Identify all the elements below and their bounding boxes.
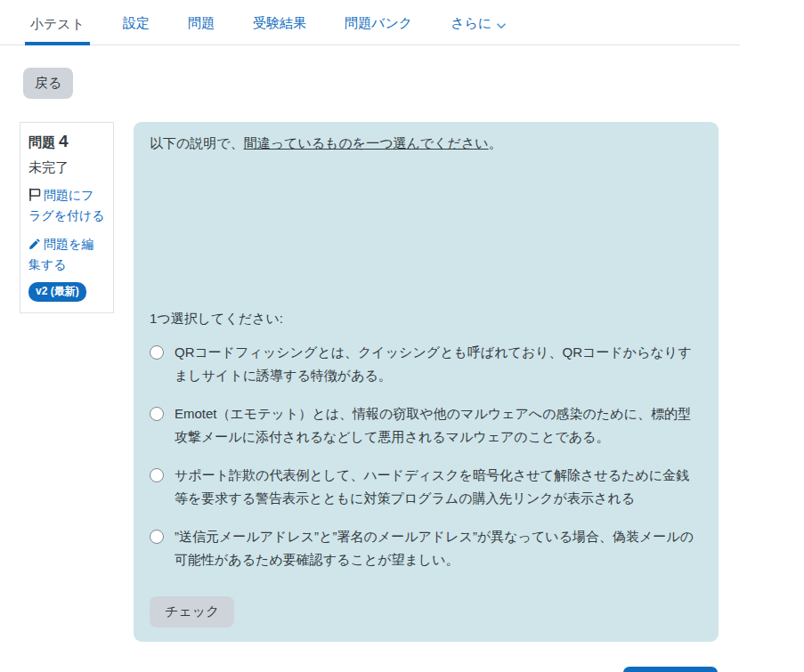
tab-question-bank-label: 問題バンク: [345, 15, 412, 32]
tab-quiz[interactable]: 小テスト: [25, 0, 90, 45]
edit-question-link[interactable]: 問題を編集する: [28, 235, 105, 274]
tab-settings-label: 設定: [123, 15, 150, 32]
answer-option-3[interactable]: サポート詐欺の代表例として、ハードディスクを暗号化させて解除させるために金銭等を…: [150, 464, 702, 510]
tab-questions-label: 問題: [188, 15, 215, 32]
answer-option-2[interactable]: Emotet（エモテット）とは、情報の窃取や他のマルウェアへの感染のために、標的…: [150, 402, 702, 449]
question-info-panel: 問題4 未完了 問題にフラグを付ける 問題を編集する v2 (最新): [20, 122, 114, 313]
question-formulation: 以下の説明で、間違っているものを一つ選んでください。 1つ選択してください: Q…: [134, 122, 719, 642]
tab-more[interactable]: さらに: [445, 0, 511, 45]
radio-button[interactable]: [150, 468, 164, 482]
radio-button[interactable]: [150, 345, 164, 360]
radio-button[interactable]: [150, 530, 164, 544]
flag-icon: [28, 188, 41, 206]
answer-option-4[interactable]: ”送信元メールアドレス”と”署名のメールアドレス”が異なっている場合、偽装メール…: [150, 525, 702, 571]
next-page-button[interactable]: 次のページ: [623, 667, 718, 672]
tab-settings[interactable]: 設定: [118, 0, 155, 45]
question-heading: 問題4: [28, 132, 105, 151]
answer-option-1-label[interactable]: QRコードフィッシングとは、クイッシングとも呼ばれており、QRコードからなりすま…: [175, 341, 702, 387]
back-button[interactable]: 戻る: [23, 68, 73, 99]
main-content: 問題4 未完了 問題にフラグを付ける 問題を編集する v2 (最新) 以下の説明…: [0, 122, 804, 642]
answer-option-3-label[interactable]: サポート詐欺の代表例として、ハードディスクを暗号化させて解除させるために金銭等を…: [175, 464, 702, 510]
select-prompt: 1つ選択してください:: [150, 311, 702, 328]
pencil-icon: [28, 237, 41, 255]
tab-quiz-label: 小テスト: [30, 16, 85, 33]
tab-more-label: さらに: [451, 15, 491, 32]
tab-results[interactable]: 受験結果: [248, 0, 312, 45]
tabs-row: 小テスト 設定 問題 受験結果 問題バンク さらに: [0, 0, 740, 45]
tab-results-label: 受験結果: [253, 15, 306, 32]
question-text-suffix: 。: [489, 135, 502, 150]
quiz-page: 小テスト 設定 問題 受験結果 問題バンク さらに 戻る 問題4 未完了 問題に…: [0, 0, 804, 672]
chevron-down-icon: [497, 17, 506, 32]
answer-option-1[interactable]: QRコードフィッシングとは、クイッシングとも呼ばれており、QRコードからなりすま…: [150, 341, 702, 387]
question-number: 4: [59, 132, 69, 150]
question-text: 以下の説明で、間違っているものを一つ選んでください。: [150, 135, 702, 152]
answer-option-4-label[interactable]: ”送信元メールアドレス”と”署名のメールアドレス”が異なっている場合、偽装メール…: [175, 525, 702, 571]
tab-question-bank[interactable]: 問題バンク: [339, 0, 418, 45]
footer-row: 次のページ: [0, 667, 804, 672]
tab-bar: 小テスト 設定 問題 受験結果 問題バンク さらに: [0, 0, 740, 45]
answer-option-2-label[interactable]: Emotet（エモテット）とは、情報の窃取や他のマルウェアへの感染のために、標的…: [175, 402, 702, 449]
question-text-underlined: 間違っているものを一つ選んでください: [244, 135, 489, 150]
tab-questions[interactable]: 問題: [183, 0, 220, 45]
check-button[interactable]: チェック: [150, 596, 234, 627]
flag-question-link[interactable]: 問題にフラグを付ける: [28, 186, 105, 225]
version-badge: v2 (最新): [28, 282, 86, 302]
question-label: 問題: [28, 134, 55, 150]
question-text-prefix: 以下の説明で、: [150, 135, 244, 150]
radio-button[interactable]: [150, 407, 164, 421]
question-status: 未完了: [28, 159, 105, 176]
